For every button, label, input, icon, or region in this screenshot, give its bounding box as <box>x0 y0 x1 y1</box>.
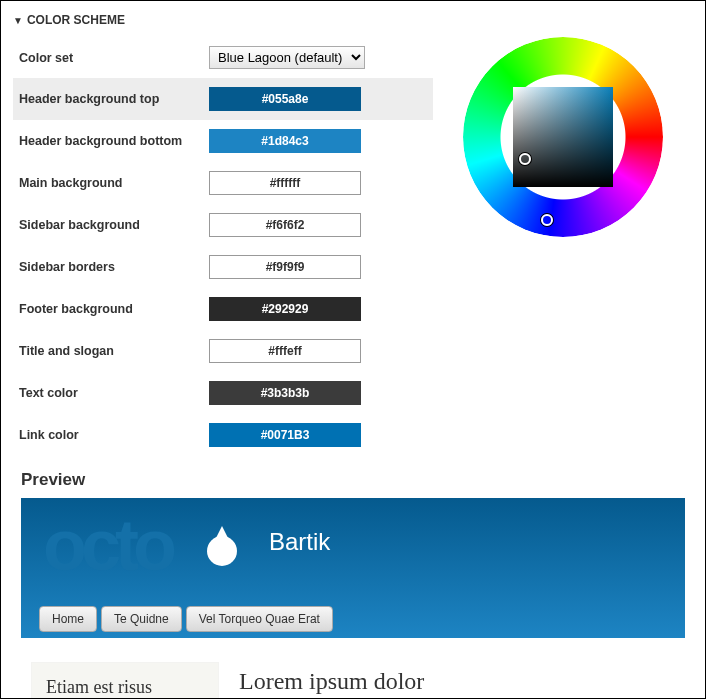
primary-tabs: HomeTe QuidneVel Torqueo Quae Erat <box>39 606 333 632</box>
sidebar-heading: Etiam est risus <box>46 677 152 697</box>
sv-marker-icon[interactable] <box>519 153 531 165</box>
theme-preview: octo Bartik HomeTe QuidneVel Torqueo Qua… <box>21 498 685 699</box>
color-label: Sidebar borders <box>19 260 209 274</box>
preview-main: Lorem ipsum dolor <box>219 662 685 699</box>
color-input[interactable] <box>209 381 361 405</box>
preview-header: octo Bartik HomeTe QuidneVel Torqueo Qua… <box>21 498 685 638</box>
color-wheel[interactable] <box>463 37 663 237</box>
color-label: Link color <box>19 428 209 442</box>
color-row[interactable]: Footer background <box>13 288 433 330</box>
color-label: Main background <box>19 176 209 190</box>
fieldset-legend[interactable]: ▼COLOR SCHEME <box>13 9 693 37</box>
hue-marker-icon[interactable] <box>541 214 553 226</box>
color-rows: Color set Blue Lagoon (default) Header b… <box>13 37 433 456</box>
color-settings-area: Color set Blue Lagoon (default) Header b… <box>13 37 693 456</box>
color-row[interactable]: Header background bottom <box>13 120 433 162</box>
legend-text: COLOR SCHEME <box>27 13 125 27</box>
color-input[interactable] <box>209 87 361 111</box>
color-input[interactable] <box>209 129 361 153</box>
color-set-select[interactable]: Blue Lagoon (default) <box>209 46 365 69</box>
color-input[interactable] <box>209 423 361 447</box>
logo-text-icon: octo <box>43 504 171 586</box>
color-set-label: Color set <box>19 51 209 65</box>
color-scheme-fieldset: ▼COLOR SCHEME Color set Blue Lagoon (def… <box>1 1 705 699</box>
color-row[interactable]: Main background <box>13 162 433 204</box>
collapse-arrow-icon: ▼ <box>13 15 23 26</box>
color-row[interactable]: Sidebar borders <box>13 246 433 288</box>
color-input[interactable] <box>209 171 361 195</box>
primary-tab[interactable]: Te Quidne <box>101 606 182 632</box>
site-name: Bartik <box>269 528 330 556</box>
primary-tab[interactable]: Home <box>39 606 97 632</box>
color-label: Sidebar background <box>19 218 209 232</box>
primary-tab[interactable]: Vel Torqueo Quae Erat <box>186 606 333 632</box>
color-row[interactable]: Title and slogan <box>13 330 433 372</box>
color-row[interactable]: Sidebar background <box>13 204 433 246</box>
color-label: Text color <box>19 386 209 400</box>
preview-main-title: Lorem ipsum dolor <box>239 668 665 695</box>
color-input[interactable] <box>209 297 361 321</box>
color-label: Header background top <box>19 92 209 106</box>
preview-heading: Preview <box>21 470 693 490</box>
color-input[interactable] <box>209 339 361 363</box>
color-row[interactable]: Link color <box>13 414 433 456</box>
preview-body: Etiam est risus Lorem ipsum dolor <box>21 662 685 699</box>
color-label: Header background bottom <box>19 134 209 148</box>
color-row[interactable]: Header background top <box>13 78 433 120</box>
color-label: Footer background <box>19 302 209 316</box>
color-input[interactable] <box>209 213 361 237</box>
color-input[interactable] <box>209 255 361 279</box>
sat-val-square[interactable] <box>513 87 613 187</box>
color-row[interactable]: Text color <box>13 372 433 414</box>
drupal-drop-icon <box>207 536 237 566</box>
color-set-row: Color set Blue Lagoon (default) <box>13 37 433 78</box>
color-label: Title and slogan <box>19 344 209 358</box>
preview-sidebar: Etiam est risus <box>31 662 219 699</box>
